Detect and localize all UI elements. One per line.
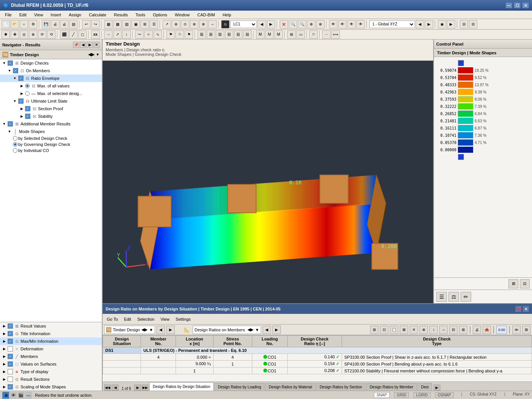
close-button[interactable]: ✕ bbox=[522, 2, 529, 8]
menu-item-help[interactable]: Help bbox=[219, 11, 235, 18]
expand-mode-shapes[interactable]: ▼ bbox=[7, 130, 12, 133]
tb2-ruler2[interactable]: ▭ bbox=[296, 30, 305, 39]
tab-last-button[interactable]: ▶▶ bbox=[142, 385, 149, 391]
right-btn-1[interactable]: ☰ bbox=[436, 292, 447, 302]
tb-eye1[interactable]: 👁 bbox=[329, 20, 337, 28]
menu-item-window[interactable]: Window bbox=[171, 11, 193, 18]
check-stability[interactable]: ✓ bbox=[25, 114, 30, 119]
tb-x[interactable]: ✕ bbox=[280, 20, 288, 28]
expand-scaling[interactable]: ▶ bbox=[2, 385, 7, 389]
tab-by-section[interactable]: Design Ratios by Section bbox=[316, 383, 366, 391]
tb-print2[interactable]: 🖨 bbox=[60, 20, 68, 28]
right-btn-3[interactable]: ✏ bbox=[461, 292, 471, 302]
tree-item-uls[interactable]: ▼ ✓ ⊟ Ultimate Limit State bbox=[0, 97, 102, 105]
nav-result-sections[interactable]: ▶ ⊙ Result Sections bbox=[0, 375, 102, 383]
tb-prev[interactable]: ◀ bbox=[258, 20, 266, 28]
menu-settings[interactable]: Settings bbox=[173, 316, 193, 323]
status-icon-2[interactable]: 👁 bbox=[10, 392, 17, 399]
tb2-flag[interactable]: ⚑ bbox=[166, 30, 175, 39]
nav-type-display[interactable]: ▶ ■ Type of display bbox=[0, 368, 102, 375]
tree-item-mode-shapes[interactable]: ▼ | Mode Shapes bbox=[0, 128, 102, 135]
tb-render[interactable]: ◉ bbox=[438, 20, 446, 28]
menu-item-cadbim[interactable]: CAD-BIM bbox=[194, 11, 218, 18]
tb-table[interactable]: ⊞ bbox=[141, 20, 149, 28]
rt-tool-2[interactable]: ⊡ bbox=[380, 326, 388, 334]
tb2-dotted1[interactable]: ·∙· bbox=[322, 30, 331, 39]
rt-tool-1[interactable]: ⊞ bbox=[370, 326, 378, 334]
tb-mode3[interactable]: ⊙ bbox=[181, 20, 189, 28]
menu-item-file[interactable]: File bbox=[2, 11, 15, 18]
tree-item-max-selected[interactable]: ▶ — Max. of selected desig... bbox=[0, 90, 102, 97]
check-ratio-envelope[interactable]: ✓ bbox=[18, 76, 24, 81]
legend-settings-button[interactable]: ⚖ bbox=[520, 279, 530, 288]
nav-pin-button[interactable]: 📌 bbox=[73, 42, 79, 48]
tb-grid4[interactable]: ▣ bbox=[131, 20, 140, 28]
tb2-chain4[interactable]: ⛓ bbox=[225, 30, 233, 39]
menu-view[interactable]: View bbox=[158, 316, 172, 323]
tb-table2[interactable]: ☰ bbox=[150, 20, 158, 28]
tree-item-ratio-envelope[interactable]: ▼ ✓ ⊟ Ratio Envelope bbox=[0, 74, 102, 82]
legend-buttons[interactable]: ⊞ ⚖ bbox=[434, 277, 532, 290]
expand-values-surfaces[interactable]: ▶ bbox=[2, 362, 7, 366]
tb-lc[interactable]: G bbox=[221, 20, 230, 28]
minimize-button[interactable]: — bbox=[505, 2, 512, 8]
tb-eye3[interactable]: 👁 bbox=[347, 20, 356, 28]
maximize-button[interactable]: ☐ bbox=[514, 2, 521, 8]
check-result-values[interactable]: ✓ bbox=[8, 323, 13, 329]
expand-design-checks[interactable]: ▼ bbox=[2, 61, 7, 65]
tb2-member[interactable]: ╱ bbox=[69, 30, 78, 39]
tb2-surf[interactable]: ◻ bbox=[78, 30, 87, 39]
tb2-flag2[interactable]: ⚐ bbox=[176, 30, 184, 39]
expand-ratio-envelope[interactable]: ▼ bbox=[12, 76, 17, 80]
lgrid-button[interactable]: LGRID bbox=[413, 392, 431, 398]
nav-scaling[interactable]: ▶ ✓ ⊙ Scaling of Mode Shapes bbox=[0, 383, 102, 391]
rt-tool-5[interactable]: ✕ bbox=[410, 326, 418, 334]
check-on-members[interactable]: ✓ bbox=[13, 68, 18, 73]
radio-by-individual[interactable] bbox=[13, 148, 17, 153]
tree-item-section-proof[interactable]: ▶ ✓ ⊟ Section Proof bbox=[0, 105, 102, 112]
grid-button[interactable]: GRID bbox=[394, 392, 409, 398]
tb-render2[interactable]: ▶ bbox=[447, 20, 455, 28]
nav-left-button[interactable]: ◀ bbox=[80, 42, 86, 48]
expand-max-selected[interactable]: ▶ bbox=[19, 92, 24, 95]
menu-item-insert[interactable]: Insert bbox=[47, 11, 65, 18]
status-icon-3[interactable]: 🎬 bbox=[17, 392, 24, 399]
menu-goto[interactable]: Go To bbox=[104, 316, 120, 323]
menu-item-calculate[interactable]: Calculate bbox=[86, 11, 110, 18]
tb2-6[interactable]: ⟲ bbox=[47, 30, 55, 39]
check-section-proof[interactable]: ✓ bbox=[25, 106, 30, 111]
nav-close-button[interactable]: ✕ bbox=[93, 42, 100, 48]
dr-next-btn[interactable]: ▶ bbox=[272, 326, 281, 334]
osnap-button[interactable]: OSNAP bbox=[435, 392, 454, 398]
tb2-ruler[interactable]: ⊞ bbox=[287, 30, 296, 39]
tb2-xx[interactable]: xx bbox=[91, 30, 100, 39]
check-result-sections[interactable] bbox=[8, 377, 13, 382]
menu-selection[interactable]: Selection bbox=[135, 316, 157, 323]
nav-values-surfaces[interactable]: ▶ ✓ ◻ Values on Surfaces bbox=[0, 360, 102, 368]
tb2-m1[interactable]: M bbox=[256, 30, 264, 39]
tb2-chain2[interactable]: ⛓ bbox=[207, 30, 215, 39]
viewport-canvas[interactable]: 0.16 0.208 X Y bbox=[103, 61, 433, 303]
tab-by-material[interactable]: Design Ratios by Material bbox=[265, 383, 315, 391]
tree-item-additional[interactable]: ▼ ✓ ⊞ Additional Member Results bbox=[0, 120, 102, 128]
menu-item-view[interactable]: View bbox=[31, 11, 47, 18]
expand-section-proof[interactable]: ▶ bbox=[19, 107, 24, 111]
nav-deformation[interactable]: ▶ ≈ Deformation bbox=[0, 345, 102, 353]
tb-circle[interactable]: ● bbox=[20, 20, 28, 28]
tb2-chain3[interactable]: ⛓ bbox=[216, 30, 224, 39]
results-header-controls[interactable]: 📌 ✕ bbox=[515, 306, 529, 312]
tab-forward-button[interactable]: ▶ bbox=[134, 385, 141, 391]
rt-extra-btn[interactable]: ⊞ bbox=[522, 326, 530, 334]
tb-lc-select[interactable]: LC1 bbox=[230, 21, 257, 28]
rt-number-btn[interactable]: 0.00 bbox=[496, 326, 507, 334]
tb-redo[interactable]: ↪ bbox=[91, 20, 100, 28]
expand-title-info[interactable]: ▶ bbox=[2, 332, 7, 336]
tb-eye4[interactable]: 👁 bbox=[356, 20, 365, 28]
tb2-2[interactable]: ✤ bbox=[11, 30, 19, 39]
menu-item-results[interactable]: Results bbox=[111, 11, 131, 18]
menu-item-assign[interactable]: Assign bbox=[65, 11, 85, 18]
check-values-surfaces[interactable]: ✓ bbox=[8, 361, 13, 367]
tb-zoom4[interactable]: ⊕ bbox=[316, 20, 325, 28]
timber-design-dropdown[interactable]: TD Timber Design ◀▶ ▼ bbox=[104, 326, 155, 334]
results-pin-button[interactable]: 📌 bbox=[515, 306, 521, 312]
